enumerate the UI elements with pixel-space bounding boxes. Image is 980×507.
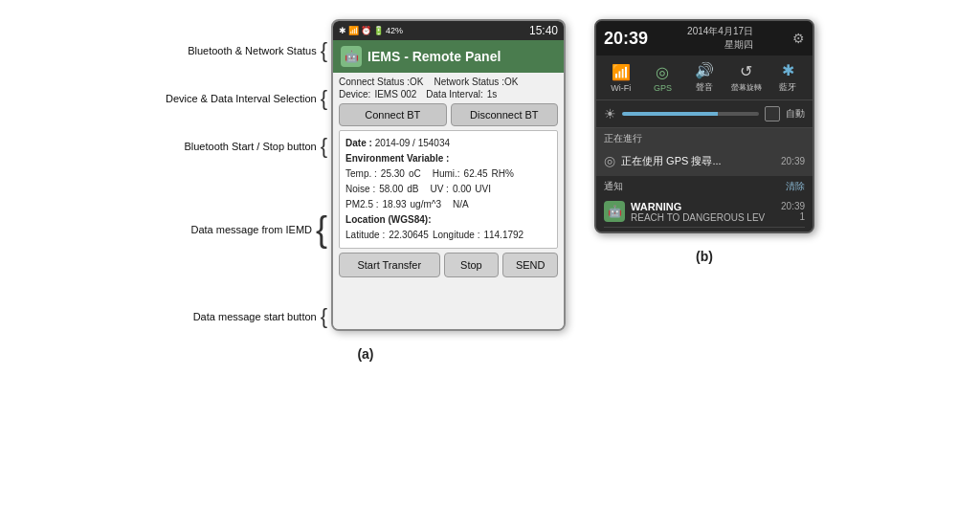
network-status: Network Status :OK: [434, 77, 519, 87]
pm-unit: ug/m^3: [411, 197, 442, 212]
app-icon: 🤖: [341, 46, 362, 67]
notif-count: 1: [799, 211, 805, 222]
brace-bt-start: {: [321, 136, 327, 157]
sound-icon: 🔊: [695, 61, 714, 79]
date-area: 2014年4月17日 星期四: [687, 25, 753, 52]
notif-content: WARNING REACH TO DANGEROUS LEV: [631, 201, 775, 223]
battery-icon: 🔋: [373, 26, 384, 35]
date-row: Date : 2014-09 / 154034: [345, 136, 551, 151]
start-transfer-button[interactable]: Start Transfer: [339, 253, 440, 277]
sound-label: 聲音: [696, 81, 713, 94]
notif-title: 通知: [604, 180, 623, 193]
noise-value: 58.00: [379, 182, 403, 197]
rotate-label: 螢幕旋轉: [731, 82, 762, 93]
qs-sound[interactable]: 🔊 聲音: [685, 61, 724, 94]
gear-icon-b[interactable]: ⚙: [792, 31, 805, 46]
location-row: Location (WGS84):: [345, 212, 551, 228]
brace-data-start: {: [321, 306, 327, 327]
app-title: IEMS - Remote Panel: [368, 49, 501, 64]
auto-checkbox[interactable]: [765, 106, 780, 121]
notif-item: 🤖 WARNING REACH TO DANGEROUS LEV 20:39 1: [604, 197, 805, 228]
temp-value: 25.30: [381, 166, 405, 182]
battery-pct: 42%: [386, 26, 403, 35]
notif-clear-button[interactable]: 清除: [786, 180, 805, 193]
status-time: 15:40: [529, 24, 558, 37]
env-label: Environment Variable :: [345, 153, 449, 164]
device-row: Device: IEMS 002 Data Interval: 1s: [339, 89, 558, 99]
ongoing-gps-icon: ◎: [604, 153, 615, 168]
ongoing-section: 正在進行 ◎ 正在使用 GPS 搜尋... 20:39: [596, 128, 813, 176]
send-button[interactable]: SEND: [502, 253, 558, 277]
connect-status-row: Connect Status :OK Network Status :OK: [339, 77, 558, 87]
ann-bluetooth-label: Bluetooth & Network Status: [188, 44, 317, 57]
connect-bt-button[interactable]: Connect BT: [339, 103, 447, 126]
notif-warning-sub: REACH TO DANGEROUS LEV: [631, 212, 775, 223]
stop-button[interactable]: Stop: [444, 253, 500, 277]
location-label: Location (WGS84):: [345, 214, 431, 225]
ann-bt-start-label: Bluetooth Start / Stop button: [184, 140, 316, 153]
ongoing-text: 正在使用 GPS 搜尋...: [621, 154, 775, 168]
notification-section: 通知 清除 🤖 WARNING REACH TO DANGEROUS LEV 2…: [596, 176, 813, 231]
phone-screen-b: 20:39 2014年4月17日 星期四 ⚙ 📶 Wi-Fi ◎ GPS: [594, 19, 814, 233]
quick-settings-row: 📶 Wi-Fi ◎ GPS 🔊 聲音 ↺ 螢幕旋轉 ✱ 藍牙: [596, 55, 813, 100]
qs-gps[interactable]: ◎ GPS: [643, 63, 681, 93]
brightness-sun-icon: ☀: [604, 106, 616, 121]
temp-row: Temp. : 25.30 oC Humi.: 62.45 RH%: [345, 166, 551, 182]
date-label: Date :: [345, 138, 372, 148]
device-value: IEMS 002: [374, 89, 416, 99]
bt-icon: ✱: [339, 26, 346, 35]
ann-data-start-label: Data message start button: [193, 310, 317, 323]
date-line2: 星期四: [687, 38, 753, 52]
status-bar-a: ✱ 📶 ⏰ 🔋 42% 15:40: [333, 21, 564, 40]
date-line1: 2014年4月17日: [687, 25, 753, 38]
brightness-row: ☀ 自動: [596, 100, 813, 128]
uv-label: UV :: [430, 182, 448, 197]
notif-header: 通知 清除: [604, 180, 805, 193]
lon-label: Longitude :: [433, 228, 480, 243]
ongoing-title: 正在進行: [604, 132, 805, 145]
date-value: 2014-09 / 154034: [375, 138, 450, 148]
panel-a-inner: Bluetooth & Network Status { Device & Da…: [166, 19, 566, 331]
qs-bluetooth[interactable]: ✱ 藍牙: [768, 61, 807, 94]
humi-label: Humi.:: [433, 166, 460, 182]
lat-value: 22.30645: [389, 228, 429, 243]
ann-data-message-label: Data message from IEMD: [190, 223, 312, 236]
uv-unit: UVI: [475, 182, 491, 197]
notif-time: 20:39: [781, 201, 805, 211]
lon-value: 114.1792: [483, 228, 523, 243]
bluetooth-icon: ✱: [782, 61, 794, 79]
rotate-icon: ↺: [740, 62, 752, 80]
panel-b: 20:39 2014年4月17日 星期四 ⚙ 📶 Wi-Fi ◎ GPS: [594, 19, 814, 264]
bottom-button-row: Start Transfer Stop SEND: [339, 253, 558, 277]
time-b: 20:39: [604, 29, 648, 49]
humi-unit: RH%: [492, 166, 514, 182]
phone-screen-a: ✱ 📶 ⏰ 🔋 42% 15:40 🤖 IEMS - Remote Panel: [331, 19, 566, 331]
alarm-icon: ⏰: [361, 26, 371, 35]
main-container: Bluetooth & Network Status { Device & Da…: [0, 0, 980, 507]
lat-label: Latitude :: [345, 228, 385, 243]
wifi-icon: 📶: [612, 63, 631, 81]
qs-wifi[interactable]: 📶 Wi-Fi: [602, 63, 640, 93]
notif-warning-title: WARNING: [631, 201, 775, 212]
auto-label: 自動: [786, 107, 805, 121]
status-icons: ✱ 📶 ⏰ 🔋 42%: [339, 26, 403, 35]
device-label: Device:: [339, 89, 370, 99]
humi-value: 62.45: [464, 166, 488, 182]
temp-label: Temp. :: [345, 166, 377, 182]
data-box: Date : 2014-09 / 154034 Environment Vari…: [339, 130, 558, 249]
extra-space: [339, 277, 558, 325]
uv-value: 0.00: [453, 182, 471, 197]
interval-label: Data Interval:: [426, 89, 482, 99]
disconnect-bt-button[interactable]: Disconnect BT: [451, 103, 559, 126]
connect-status: Connect Status :OK: [339, 77, 423, 87]
coords-row: Latitude : 22.30645 Longitude : 114.1792: [345, 228, 551, 243]
top-bar-b: 20:39 2014年4月17日 星期四 ⚙: [596, 21, 813, 55]
panel-a: Bluetooth & Network Status { Device & Da…: [166, 19, 566, 362]
noise-label: Noise :: [345, 182, 375, 197]
interval-value: 1s: [487, 89, 498, 99]
qs-rotate[interactable]: ↺ 螢幕旋轉: [727, 62, 766, 93]
signal-icon: 📶: [348, 26, 359, 35]
pm-row: PM2.5 : 18.93 ug/m^3 N/A: [345, 197, 551, 212]
env-row: Environment Variable :: [345, 151, 551, 166]
brightness-slider[interactable]: [622, 112, 759, 116]
